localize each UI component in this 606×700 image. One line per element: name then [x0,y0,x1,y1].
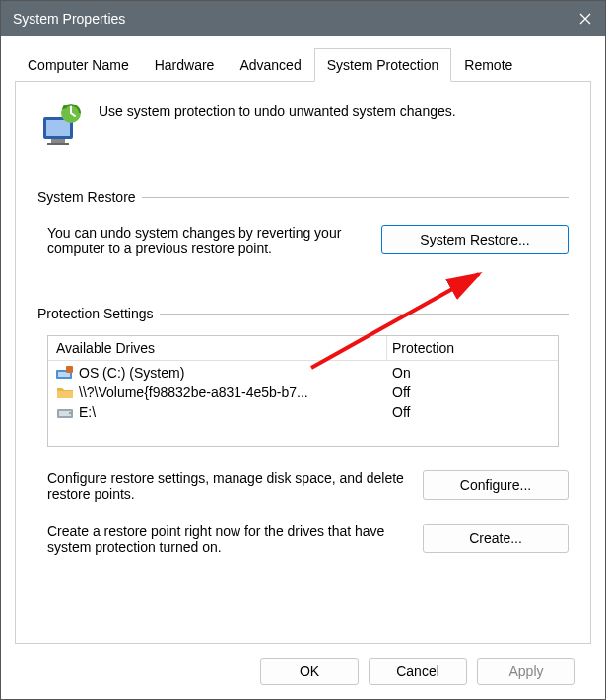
col-header-protection[interactable]: Protection [392,340,550,356]
group-system-restore: System Restore [37,189,569,205]
configure-button[interactable]: Configure... [423,470,569,500]
shield-restore-icon [37,100,85,150]
folder-icon [56,385,74,399]
drive-protection: On [392,365,550,381]
svg-rect-8 [66,366,73,373]
tab-computer-name[interactable]: Computer Name [15,48,142,82]
create-text: Create a restore point right now for the… [47,524,409,555]
drives-header: Available Drives Protection [48,336,558,361]
drive-name: \\?\Volume{f98832be-a831-4e5b-b7... [79,385,308,400]
svg-rect-1 [46,120,70,136]
content-area: Computer Name Hardware Advanced System P… [1,36,605,699]
group-label: Protection Settings [37,306,154,321]
drives-table: Available Drives Protection OS (C:) (Sys… [47,335,559,447]
disk-system-icon [56,366,74,380]
drive-protection: Off [392,404,550,420]
intro-row: Use system protection to undo unwanted s… [37,100,569,150]
tab-panel: Use system protection to undo unwanted s… [15,82,591,644]
table-row[interactable]: \\?\Volume{f98832be-a831-4e5b-b7... Off [48,383,558,402]
col-header-drive[interactable]: Available Drives [56,340,392,356]
create-button[interactable]: Create... [423,524,569,553]
titlebar: System Properties [1,1,605,36]
drives-body: OS (C:) (System) On \\?\Volume{f98832be-… [48,361,558,446]
intro-text: Use system protection to undo unwanted s… [99,100,569,119]
configure-text: Configure restore settings, manage disk … [47,470,409,502]
table-row[interactable]: OS (C:) (System) On [48,363,558,383]
svg-rect-3 [47,143,69,145]
system-restore-button[interactable]: System Restore... [381,225,569,254]
tab-system-protection[interactable]: System Protection [314,48,452,82]
restore-row: You can undo system changes by reverting… [37,219,569,256]
divider [142,197,569,198]
apply-button[interactable]: Apply [477,658,575,685]
window-title: System Properties [13,11,566,27]
tab-strip: Computer Name Hardware Advanced System P… [15,48,591,82]
disk-icon [56,405,74,419]
svg-rect-2 [51,139,65,143]
drive-name: E:\ [79,404,96,420]
cancel-button[interactable]: Cancel [369,658,467,685]
ok-button[interactable]: OK [260,658,359,685]
close-icon [579,13,591,25]
svg-point-11 [69,412,71,414]
group-label: System Restore [37,189,136,205]
drive-protection: Off [392,385,550,400]
tab-hardware[interactable]: Hardware [142,48,228,82]
tab-remote[interactable]: Remote [451,48,525,82]
configure-row: Configure restore settings, manage disk … [37,470,569,502]
create-row: Create a restore point right now for the… [37,524,569,555]
dialog-buttons: OK Cancel Apply [15,644,591,699]
system-properties-window: System Properties Computer Name Hardware… [0,0,606,700]
restore-description: You can undo system changes by reverting… [47,225,368,256]
table-row[interactable]: E:\ Off [48,402,558,422]
divider [160,314,569,315]
tab-advanced[interactable]: Advanced [227,48,313,82]
close-button[interactable] [566,1,605,36]
drive-name: OS (C:) (System) [79,365,184,381]
group-protection-settings: Protection Settings [37,306,569,321]
